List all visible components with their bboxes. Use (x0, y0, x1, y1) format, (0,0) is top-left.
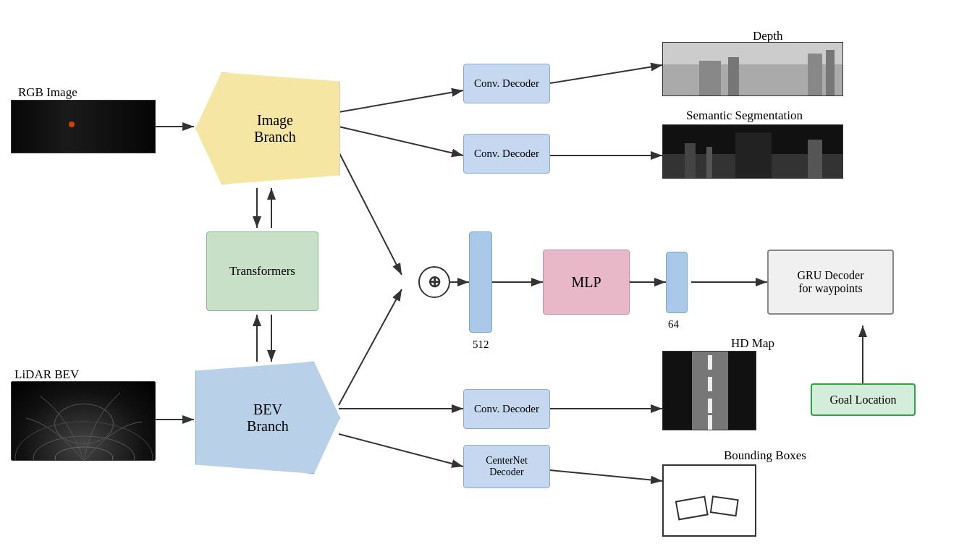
feature-512-box (469, 231, 492, 333)
bounding-box-image (662, 464, 756, 537)
svg-line-13 (339, 289, 402, 405)
depth-image (662, 42, 843, 96)
svg-rect-42 (708, 399, 712, 413)
svg-rect-28 (699, 61, 721, 96)
svg-rect-36 (685, 143, 696, 179)
svg-line-6 (550, 65, 662, 83)
svg-line-12 (339, 152, 402, 275)
goal-location-label: Goal Location (830, 393, 897, 407)
rgb-image-label: RGB Image (18, 85, 77, 100)
feature-64-box (666, 252, 688, 313)
image-branch-label: Image Branch (254, 112, 296, 145)
svg-rect-30 (808, 54, 822, 96)
svg-rect-29 (728, 57, 739, 96)
semantic-seg-image (662, 124, 843, 179)
mlp-box: MLP (543, 250, 630, 315)
centernet-decoder-box: CenterNet Decoder (463, 445, 550, 488)
svg-line-20 (339, 434, 463, 467)
centernet-decoder-label: CenterNet Decoder (486, 455, 528, 478)
gru-decoder-box: GRU Decoder for waypoints (767, 250, 894, 315)
conv-decoder-2-box: Conv. Decoder (463, 134, 550, 174)
svg-line-22 (550, 470, 662, 481)
svg-rect-34 (735, 132, 772, 179)
svg-rect-37 (706, 147, 712, 179)
goal-location-box: Goal Location (811, 383, 916, 416)
svg-rect-40 (708, 355, 712, 370)
svg-rect-41 (708, 377, 712, 391)
bev-branch-box: BEV Branch (195, 362, 340, 474)
lidar-image (11, 381, 156, 461)
svg-line-5 (339, 127, 463, 156)
semantic-seg-label: Semantic Segmentation (686, 108, 803, 123)
conv-decoder-3-label: Conv. Decoder (474, 403, 539, 415)
svg-point-25 (15, 422, 153, 461)
transformers-box: Transformers (206, 231, 318, 311)
conv-decoder-2-label: Conv. Decoder (474, 148, 539, 160)
plus-symbol: ⊕ (428, 273, 441, 291)
hdmap-image (662, 351, 756, 430)
image-branch-box: Image Branch (195, 72, 340, 184)
svg-rect-43 (708, 415, 712, 430)
mlp-label: MLP (571, 274, 601, 291)
svg-rect-31 (826, 50, 835, 96)
depth-label: Depth (753, 29, 783, 43)
bounding-boxes-label: Bounding Boxes (724, 448, 806, 463)
svg-line-4 (339, 90, 463, 112)
conv-decoder-1-box: Conv. Decoder (463, 64, 550, 103)
conv-decoder-3-box: Conv. Decoder (463, 389, 550, 429)
bev-branch-label: BEV Branch (247, 401, 289, 435)
size-64-label: 64 (668, 318, 679, 331)
svg-point-24 (33, 436, 135, 461)
size-512-label: 512 (473, 339, 489, 351)
transformers-label: Transformers (229, 264, 295, 278)
hdmap-label: HD Map (731, 336, 774, 351)
svg-rect-35 (808, 140, 822, 179)
lidar-bev-label: LiDAR BEV (14, 367, 79, 382)
sum-node: ⊕ (418, 266, 450, 298)
conv-decoder-1-label: Conv. Decoder (474, 77, 539, 90)
svg-point-23 (55, 447, 113, 461)
rgb-image (11, 100, 156, 153)
gru-decoder-label: GRU Decoder for waypoints (798, 269, 864, 295)
